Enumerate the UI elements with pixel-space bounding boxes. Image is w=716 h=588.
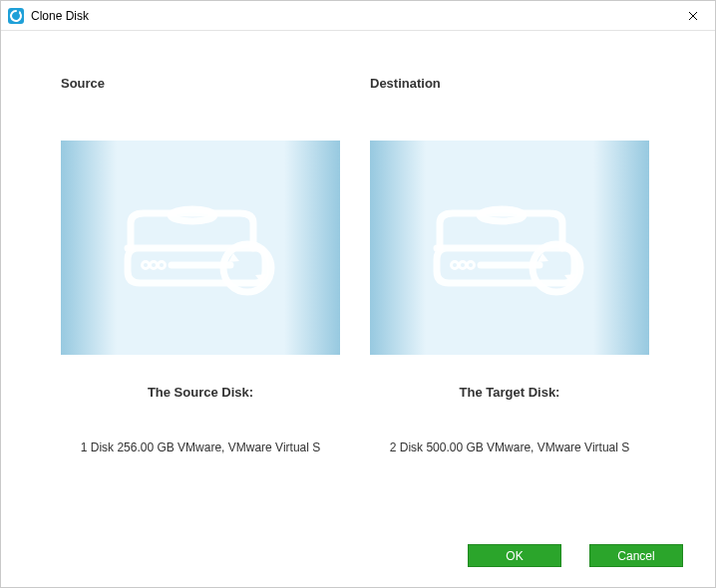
source-subheading: The Source Disk: — [148, 385, 253, 400]
source-heading: Source — [61, 76, 105, 91]
source-disk-description: 1 Disk 256.00 GB VMware, VMware Virtual … — [71, 440, 330, 456]
svg-point-9 — [454, 263, 457, 266]
svg-point-5 — [161, 263, 164, 266]
destination-subheading: The Target Disk: — [460, 385, 560, 400]
destination-disk-description: 2 Disk 500.00 GB VMware, VMware Virtual … — [380, 440, 639, 456]
svg-point-11 — [470, 263, 473, 266]
disk-sync-icon — [116, 193, 285, 303]
svg-point-4 — [153, 263, 156, 266]
source-panel: Source The — [61, 76, 340, 456]
close-icon — [688, 8, 698, 24]
app-icon — [7, 7, 25, 25]
cancel-button[interactable]: Cancel — [589, 544, 683, 567]
disk-sync-icon — [425, 193, 594, 303]
window-title: Clone Disk — [31, 9, 670, 23]
title-bar: Clone Disk — [1, 1, 715, 31]
destination-heading: Destination — [370, 76, 441, 91]
close-button[interactable] — [670, 1, 715, 30]
dialog-content: Source The — [1, 31, 715, 587]
svg-point-10 — [462, 263, 465, 266]
destination-disk-thumbnail[interactable] — [370, 141, 649, 355]
destination-panel: Destination — [370, 76, 649, 456]
svg-point-3 — [145, 263, 148, 266]
dialog-buttons: OK Cancel — [468, 544, 683, 567]
ok-button[interactable]: OK — [468, 544, 561, 567]
source-disk-thumbnail[interactable] — [61, 141, 340, 355]
